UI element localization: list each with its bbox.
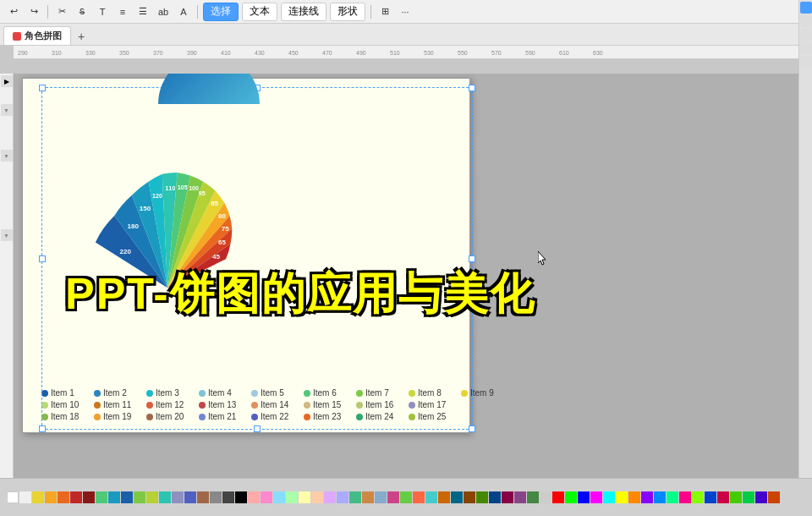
connect-btn[interactable]: 连接线 bbox=[281, 3, 326, 21]
color-chocolate[interactable] bbox=[464, 491, 475, 503]
color-crimson[interactable] bbox=[717, 491, 729, 503]
handle-ml[interactable] bbox=[39, 255, 46, 262]
color-darkred[interactable] bbox=[83, 491, 95, 503]
color-black[interactable] bbox=[235, 491, 247, 503]
color-purple[interactable] bbox=[172, 491, 184, 503]
add-tab-btn[interactable]: + bbox=[73, 28, 90, 45]
side-tool-3[interactable]: ▼ bbox=[1, 150, 13, 162]
color-lightgray[interactable] bbox=[19, 491, 31, 503]
legend-label-10: Item 10 bbox=[51, 400, 79, 409]
color-plum[interactable] bbox=[514, 491, 526, 503]
cut-btn[interactable]: ✂ bbox=[53, 3, 70, 20]
color-forestgreen[interactable] bbox=[527, 491, 539, 503]
color-lightgreen[interactable] bbox=[286, 491, 298, 503]
list2-btn[interactable]: ☰ bbox=[134, 3, 151, 20]
color-rust[interactable] bbox=[438, 491, 450, 503]
color-brown[interactable] bbox=[197, 491, 209, 503]
undo-btn[interactable]: ↩ bbox=[5, 3, 22, 20]
color-darkgray[interactable] bbox=[222, 491, 234, 503]
color-darkorange[interactable] bbox=[58, 491, 69, 503]
redo-btn[interactable]: ↪ bbox=[25, 3, 42, 20]
right-tool-5[interactable] bbox=[800, 56, 812, 68]
strikethrough-btn[interactable]: S̶ bbox=[74, 3, 91, 20]
color-tan[interactable] bbox=[362, 491, 374, 503]
color-lime[interactable] bbox=[692, 491, 704, 503]
arrange-btn[interactable]: ⊞ bbox=[376, 3, 393, 20]
color-lightblue[interactable] bbox=[273, 491, 285, 503]
right-tool-4[interactable] bbox=[800, 42, 812, 54]
color-maroon[interactable] bbox=[502, 491, 513, 503]
handle-mr[interactable] bbox=[469, 255, 475, 262]
color-orange[interactable] bbox=[45, 491, 57, 503]
color-olive[interactable] bbox=[476, 491, 488, 503]
handle-bm[interactable] bbox=[254, 425, 261, 432]
color-gray[interactable] bbox=[210, 491, 222, 503]
font-btn[interactable]: A bbox=[175, 3, 192, 20]
right-tool-2[interactable] bbox=[800, 15, 812, 27]
color-green[interactable] bbox=[96, 491, 107, 503]
more-btn[interactable]: ··· bbox=[397, 3, 414, 20]
color-limegreen[interactable] bbox=[134, 491, 145, 503]
color-cobalt[interactable] bbox=[705, 491, 716, 503]
color-darkblue[interactable] bbox=[121, 491, 133, 503]
color-ultramarine[interactable] bbox=[755, 491, 767, 503]
color-teal[interactable] bbox=[159, 491, 171, 503]
select-btn[interactable]: 选择 bbox=[203, 3, 239, 21]
svg-text:350: 350 bbox=[119, 50, 129, 56]
side-tool-1[interactable]: ▶ bbox=[1, 75, 13, 87]
color-amber[interactable] bbox=[628, 491, 640, 503]
color-grassgreen[interactable] bbox=[730, 491, 742, 503]
color-brightblue[interactable] bbox=[578, 491, 590, 503]
handle-br[interactable] bbox=[469, 425, 475, 432]
color-lavender[interactable] bbox=[324, 491, 336, 503]
handle-tr[interactable] bbox=[469, 85, 475, 91]
color-aqua[interactable] bbox=[425, 491, 437, 503]
handle-bl[interactable] bbox=[39, 425, 46, 432]
color-emerald[interactable] bbox=[743, 491, 754, 503]
color-fuchsia[interactable] bbox=[590, 491, 602, 503]
right-panel bbox=[798, 0, 812, 516]
color-white[interactable] bbox=[7, 491, 19, 503]
side-tool-2[interactable]: ▼ bbox=[1, 104, 13, 116]
right-tool-1[interactable] bbox=[800, 2, 812, 14]
handle-tl[interactable] bbox=[39, 85, 46, 91]
right-tool-3[interactable] bbox=[800, 29, 812, 41]
color-silver[interactable] bbox=[540, 491, 551, 503]
tab-main[interactable]: 角色拼图 bbox=[3, 26, 71, 45]
legend-label-21: Item 21 bbox=[208, 412, 236, 421]
color-blue[interactable] bbox=[108, 491, 120, 503]
list-btn[interactable]: ≡ bbox=[114, 3, 131, 20]
color-azure[interactable] bbox=[654, 491, 666, 503]
color-royalblue[interactable] bbox=[489, 491, 501, 503]
color-coral[interactable] bbox=[413, 491, 425, 503]
color-brightyellow[interactable] bbox=[616, 491, 628, 503]
color-sienna[interactable] bbox=[768, 491, 780, 503]
color-lightyellow[interactable] bbox=[299, 491, 310, 503]
color-mintgreen[interactable] bbox=[349, 491, 361, 503]
color-peach[interactable] bbox=[311, 491, 323, 503]
color-lightpink[interactable] bbox=[248, 491, 260, 503]
color-steelblue[interactable] bbox=[375, 491, 387, 503]
svg-text:610: 610 bbox=[559, 50, 569, 56]
color-red[interactable] bbox=[70, 491, 82, 503]
color-yellow[interactable] bbox=[32, 491, 44, 503]
color-violet[interactable] bbox=[184, 491, 196, 503]
color-rose[interactable] bbox=[679, 491, 691, 503]
align-btn[interactable]: ab bbox=[155, 3, 172, 20]
color-magenta[interactable] bbox=[387, 491, 399, 503]
color-pink[interactable] bbox=[261, 491, 272, 503]
color-periwinkle[interactable] bbox=[337, 491, 348, 503]
color-yellowgreen[interactable] bbox=[146, 491, 158, 503]
shape-btn[interactable]: 形状 bbox=[330, 3, 365, 21]
color-brightgreen[interactable] bbox=[565, 491, 577, 503]
color-brightred[interactable] bbox=[552, 491, 564, 503]
color-chartreuse[interactable] bbox=[400, 491, 412, 503]
text-tool-btn[interactable]: 文本 bbox=[242, 3, 277, 21]
color-indigo[interactable] bbox=[641, 491, 653, 503]
color-navyblue[interactable] bbox=[451, 491, 463, 503]
color-cyan[interactable] bbox=[603, 491, 615, 503]
text-btn[interactable]: T bbox=[94, 3, 111, 20]
color-springgreen[interactable] bbox=[667, 491, 678, 503]
chart-label-80: 80 bbox=[218, 212, 226, 220]
side-tool-4[interactable]: ▼ bbox=[1, 229, 13, 241]
